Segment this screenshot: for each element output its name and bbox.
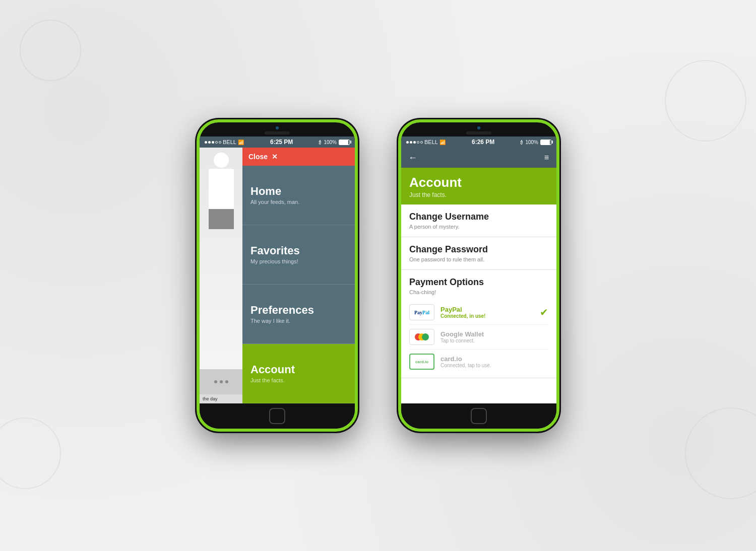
phone-1-top-bar xyxy=(265,126,290,134)
three-dots-icon xyxy=(214,380,228,383)
camera-dot xyxy=(276,126,279,129)
battery-icon-2 xyxy=(540,140,551,145)
dot-1 xyxy=(214,380,217,383)
speaker-grille xyxy=(265,131,290,134)
change-password-sub: One password to rule them all. xyxy=(409,256,548,262)
account-subtitle: Just the facts. xyxy=(409,191,548,198)
menu-item-favorites-sub: My precious things! xyxy=(250,258,347,264)
menu-item-account-sub: Just the facts. xyxy=(250,377,347,383)
menu-item-home[interactable]: Home All your feeds, man. xyxy=(242,166,355,225)
battery-fill-1 xyxy=(339,140,348,145)
menu-item-preferences-sub: The way I like it. xyxy=(250,318,347,324)
signal-dot-2-4 xyxy=(417,141,419,144)
day-label: the day xyxy=(200,394,242,403)
paypal-info: PayPal Connected, in use! xyxy=(440,306,534,319)
change-password-title: Change Password xyxy=(409,244,548,255)
paypal-status: Connected, in use! xyxy=(440,313,534,319)
account-content: Change Username A person of mystery. Cha… xyxy=(401,204,556,403)
google-wallet-name: Google Wallet xyxy=(440,330,548,338)
battery-icon-1 xyxy=(339,140,350,145)
fashion-image xyxy=(200,148,242,369)
battery-fill-2 xyxy=(541,140,550,145)
dot-2 xyxy=(220,380,223,383)
close-icon: ✕ xyxy=(272,153,278,161)
menu-item-account-title: Account xyxy=(250,364,347,376)
status-left-2: BELL 📶 xyxy=(406,139,446,145)
google-wallet-status: Tap to connect. xyxy=(440,338,548,343)
paypal-row[interactable]: PayPal PayPal Connected, in use! ✔ xyxy=(409,300,548,325)
payment-options-list: PayPal PayPal Connected, in use! ✔ xyxy=(409,300,548,374)
wifi-icon-2: 📶 xyxy=(439,140,446,145)
signal-dot-2 xyxy=(208,141,211,144)
menu-item-favorites[interactable]: Favorites My precious things! xyxy=(242,225,355,285)
status-right-1: ₿ 100% xyxy=(319,140,350,145)
menu-item-account[interactable]: Account Just the facts. xyxy=(242,344,355,403)
google-wallet-logo xyxy=(409,329,434,345)
cardio-status: Connected, tap to use. xyxy=(440,363,548,368)
account-header: Account Just the facts. xyxy=(401,168,556,204)
paypal-logo: PayPal xyxy=(409,304,434,320)
google-wallet-row[interactable]: Google Wallet Tap to connect. xyxy=(409,325,548,350)
back-button[interactable]: ← xyxy=(408,153,417,163)
account-title: Account xyxy=(409,175,548,190)
change-password-item[interactable]: Change Password One password to rule the… xyxy=(401,237,556,270)
menu-item-preferences[interactable]: Preferences The way I like it. xyxy=(242,285,355,344)
time-1: 6:25 PM xyxy=(270,139,293,146)
dot-3 xyxy=(225,380,228,383)
signal-dot-2-1 xyxy=(406,141,409,144)
signal-dots xyxy=(205,141,221,144)
change-username-item[interactable]: Change Username A person of mystery. xyxy=(401,204,556,237)
phone-1-shell: BELL 📶 6:25 PM ₿ 100% xyxy=(197,119,358,432)
paypal-logo-text2: Pal xyxy=(422,310,429,315)
carrier-label-2: BELL xyxy=(424,139,438,145)
change-username-sub: A person of mystery. xyxy=(409,224,548,230)
signal-dot-3 xyxy=(212,141,214,144)
menu-item-favorites-title: Favorites xyxy=(250,245,347,257)
payment-options-section: Payment Options Cha-ching! PayPal PayPal xyxy=(401,270,556,378)
home-button-2[interactable] xyxy=(471,408,487,424)
paypal-logo-text: Pay xyxy=(414,310,422,315)
carrier-label-1: BELL xyxy=(223,139,236,145)
phone-1-home-area xyxy=(200,403,355,429)
camera-dot-2 xyxy=(477,126,480,129)
cardio-name: card.io xyxy=(440,355,548,363)
payment-title: Payment Options xyxy=(409,277,548,288)
phone-1-menu: Close ✕ Home All your feeds, man. Favori… xyxy=(242,148,355,403)
signal-dot-5 xyxy=(219,141,221,144)
phone-1-screen: the day Close ✕ Home All your feeds, man… xyxy=(200,148,355,403)
status-bar-2: BELL 📶 6:26 PM ₿ 100% xyxy=(401,136,556,148)
google-wallet-info: Google Wallet Tap to connect. xyxy=(440,330,548,343)
menu-item-home-title: Home xyxy=(250,185,347,197)
signal-dots-2 xyxy=(406,141,423,144)
speaker-grille-2 xyxy=(466,131,491,134)
phone-2-content: ← ≡ Account Just the facts. Change Usern… xyxy=(401,148,556,403)
menu-item-home-sub: All your feeds, man. xyxy=(250,199,347,205)
bluetooth-icon-2: ₿ xyxy=(521,140,523,145)
phone-2-nav-bar: ← ≡ xyxy=(401,148,556,168)
phone-1: BELL 📶 6:25 PM ₿ 100% xyxy=(197,119,358,432)
signal-dot-2-3 xyxy=(413,141,416,144)
change-username-title: Change Username xyxy=(409,212,548,222)
svg-point-2 xyxy=(422,333,429,340)
person-body xyxy=(209,169,234,209)
status-bar-1: BELL 📶 6:25 PM ₿ 100% xyxy=(200,136,355,148)
phone-2-home-area xyxy=(401,403,556,429)
time-2: 6:26 PM xyxy=(472,139,494,146)
menu-close-bar[interactable]: Close ✕ xyxy=(242,148,355,166)
wifi-icon-1: 📶 xyxy=(238,140,244,145)
hamburger-menu-icon[interactable]: ≡ xyxy=(544,153,549,162)
cardio-row[interactable]: card.io card.io Connected, tap to use. xyxy=(409,350,548,374)
home-button-1[interactable] xyxy=(269,408,285,424)
bluetooth-icon-1: ₿ xyxy=(319,140,322,145)
phone-1-content: the day Close ✕ Home All your feeds, man… xyxy=(200,148,355,403)
payment-subtitle: Cha-ching! xyxy=(409,289,548,295)
phone-2: BELL 📶 6:26 PM ₿ 100% ← ≡ xyxy=(398,119,559,432)
status-left-1: BELL 📶 xyxy=(205,139,244,145)
phone-2-top-bar xyxy=(466,126,491,134)
person-silhouette xyxy=(204,153,239,229)
person-head xyxy=(214,153,229,168)
cardio-logo-text: card.io xyxy=(415,360,428,364)
phone-1-left-panel: the day xyxy=(200,148,242,403)
person-legs xyxy=(209,209,234,229)
thumbnail-area[interactable] xyxy=(200,369,242,394)
